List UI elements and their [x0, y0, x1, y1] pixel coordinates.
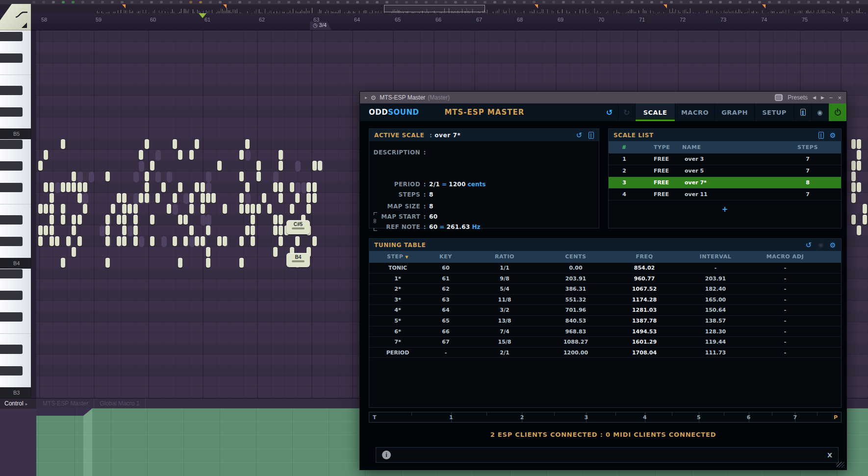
note[interactable] [857, 139, 861, 149]
tuning-column[interactable]: KEY [426, 251, 465, 263]
ghost-note[interactable] [273, 172, 279, 182]
tab-macro[interactable]: MACRO [675, 103, 715, 121]
note[interactable] [122, 236, 127, 246]
note[interactable] [273, 247, 278, 257]
ghost-note[interactable] [83, 193, 88, 204]
add-scale-button[interactable]: + [609, 205, 841, 214]
steps-value[interactable]: 8 [429, 190, 434, 200]
note[interactable] [105, 215, 110, 225]
note[interactable] [863, 204, 867, 214]
note[interactable] [851, 182, 856, 192]
ghost-note[interactable] [183, 193, 189, 204]
note[interactable] [857, 225, 861, 235]
tuning-column[interactable]: INTERVAL [681, 251, 750, 263]
note[interactable] [195, 236, 199, 246]
bar-number[interactable]: 67 [476, 17, 482, 23]
tab-setup[interactable]: SETUP [755, 103, 794, 121]
bar-number[interactable]: 61 [204, 17, 210, 23]
bar-number[interactable]: 75 [802, 17, 808, 23]
note[interactable] [290, 182, 294, 192]
tuning-row[interactable]: 2*625/4386.311067.52182.40- [369, 284, 841, 295]
bar-number[interactable]: 65 [395, 17, 401, 23]
black-key[interactable] [0, 345, 23, 354]
plugin-titlebar[interactable]: ▸ ⚙ MTS-ESP Master (Master) Presets ◀ ▶ … [360, 92, 846, 103]
note[interactable] [66, 182, 71, 192]
note[interactable] [239, 236, 244, 246]
note[interactable] [189, 150, 194, 160]
tuning-column[interactable]: RATIO [465, 251, 544, 263]
key-label-row[interactable]: B4 [0, 258, 31, 269]
note[interactable] [183, 236, 188, 246]
ghost-note[interactable] [295, 161, 301, 172]
ghost-note[interactable] [55, 182, 60, 193]
black-key[interactable] [0, 215, 23, 225]
note[interactable] [279, 182, 283, 192]
scale-list-file-icon[interactable] [818, 132, 824, 139]
note[interactable] [312, 161, 317, 171]
ghost-note[interactable] [173, 204, 178, 215]
scale-list-gear-icon[interactable]: ⚙ [830, 131, 836, 139]
note[interactable] [256, 161, 261, 171]
key-label-row[interactable]: B3 [0, 387, 31, 398]
preset-browser-icon[interactable] [775, 94, 783, 101]
tuning-row[interactable]: 4*643/2701.961281.03150.64- [369, 305, 841, 316]
close-button[interactable]: × [838, 94, 842, 101]
black-key[interactable] [0, 183, 23, 192]
note[interactable] [72, 215, 76, 225]
note[interactable] [206, 247, 210, 257]
bar-number[interactable]: 58 [41, 17, 47, 23]
ghost-note[interactable] [128, 225, 133, 236]
ref-note-key[interactable]: 60 [429, 222, 437, 232]
note[interactable] [239, 193, 244, 203]
note[interactable] [251, 236, 255, 246]
note[interactable] [256, 204, 261, 214]
plugin-options-gear-icon[interactable]: ⚙ [371, 94, 377, 101]
note[interactable] [105, 225, 110, 235]
bar-number[interactable]: 70 [598, 17, 604, 23]
axis-label[interactable]: 5 [697, 414, 701, 421]
preset-prev-icon[interactable]: ◀ [813, 95, 816, 100]
note[interactable] [267, 204, 272, 214]
link-icon[interactable]: ∞ [372, 211, 379, 232]
note[interactable] [77, 182, 82, 192]
note[interactable] [851, 161, 856, 171]
collapse-arrow-icon[interactable]: ▸ [365, 95, 367, 100]
reset-scale-icon[interactable]: ↺ [576, 131, 583, 140]
tuning-column[interactable]: STEP▼ [369, 251, 426, 263]
ghost-note[interactable] [100, 225, 105, 236]
note[interactable] [245, 182, 250, 192]
presets-label[interactable]: Presets [788, 94, 808, 101]
note[interactable] [239, 150, 244, 160]
note[interactable] [312, 236, 317, 246]
resize-grip[interactable] [837, 462, 844, 468]
note[interactable] [318, 161, 322, 171]
note[interactable] [122, 204, 127, 214]
bar-number[interactable]: 63 [313, 17, 319, 23]
ghost-note[interactable] [77, 172, 83, 182]
tuning-column[interactable]: CENTS [544, 251, 608, 263]
note[interactable] [133, 215, 138, 225]
note[interactable] [111, 204, 115, 214]
note[interactable] [105, 172, 110, 181]
note[interactable] [61, 139, 65, 149]
map-start-row[interactable]: MAP START : 60 [369, 212, 599, 222]
editor-tab[interactable]: MTS-ESP Master [37, 399, 94, 409]
note[interactable] [72, 225, 76, 235]
labeled-note[interactable]: B4 [286, 253, 310, 267]
bar-number[interactable]: 74 [761, 17, 767, 23]
axis-label[interactable]: 1 [449, 414, 453, 421]
note[interactable] [279, 225, 283, 235]
scale-keyboard-axis[interactable]: T1234567P [369, 412, 842, 423]
axis-label[interactable]: 3 [585, 414, 588, 421]
tuning-row[interactable]: 6*667/4968.831494.53128.30- [369, 326, 841, 337]
note[interactable] [189, 193, 194, 203]
note[interactable] [44, 204, 48, 214]
note[interactable] [290, 204, 294, 214]
scale-row[interactable]: 3FREEover 7*8 [609, 177, 841, 189]
note[interactable] [857, 161, 861, 171]
black-key[interactable] [0, 237, 23, 246]
note[interactable] [145, 193, 149, 203]
note[interactable] [857, 150, 861, 160]
bar-number[interactable]: 59 [96, 17, 102, 23]
black-key[interactable] [0, 291, 23, 300]
